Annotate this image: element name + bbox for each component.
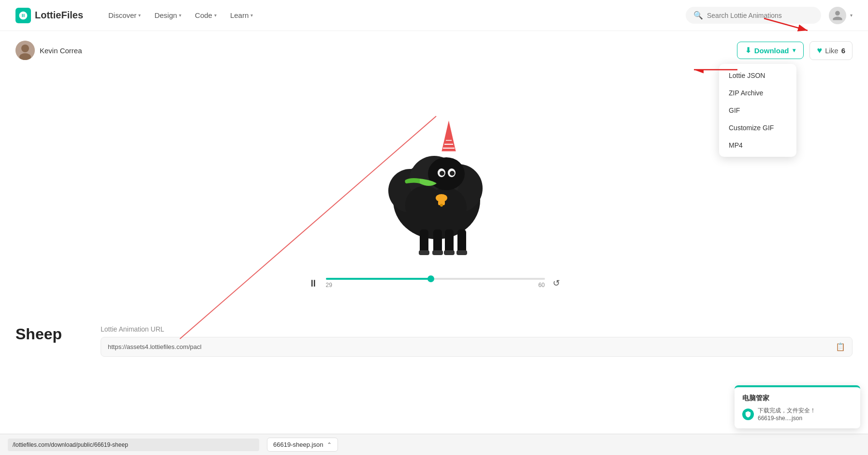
dropdown-item-zip[interactable]: ZIP Archive <box>719 84 796 102</box>
replay-button[interactable]: ↺ <box>553 278 560 288</box>
download-file-indicator[interactable]: 66619-sheep.json ⌃ <box>267 438 338 452</box>
url-section: Lottie Animation URL https://assets4.lot… <box>101 325 853 357</box>
code-chevron: ▾ <box>214 13 217 18</box>
url-label: Lottie Animation URL <box>101 325 853 333</box>
nav-item-design[interactable]: Design ▾ <box>148 7 187 23</box>
nav-item-learn[interactable]: Learn ▾ <box>224 7 259 23</box>
navbar: LottieFiles Discover ▾ Design ▾ Code ▾ L… <box>0 0 868 31</box>
notification-title: 电脑管家 <box>742 394 853 403</box>
heart-icon: ♥ <box>817 46 822 56</box>
url-value: https://assets4.lottiefiles.com/pacl <box>108 343 832 350</box>
download-button[interactable]: ⬇ Download ▾ <box>737 42 804 59</box>
nav-item-code[interactable]: Code ▾ <box>189 7 222 23</box>
nav-links: Discover ▾ Design ▾ Code ▾ Learn ▾ <box>103 7 259 23</box>
url-bar: /lottiefiles.com/download/public/66619-s… <box>8 439 259 451</box>
nav-design-label: Design <box>154 11 177 19</box>
url-input-wrap: https://assets4.lottiefiles.com/pacl 📋 <box>101 337 853 357</box>
svg-rect-33 <box>456 250 467 255</box>
shield-icon <box>742 409 754 420</box>
status-bar: /lottiefiles.com/download/public/66619-s… <box>0 434 868 455</box>
svg-rect-28 <box>445 229 454 254</box>
notification-filename: 66619-she....json <box>758 415 816 422</box>
svg-point-13 <box>428 157 465 190</box>
svg-rect-32 <box>444 250 455 255</box>
design-chevron: ▾ <box>179 13 181 18</box>
search-icon: 🔍 <box>693 11 703 20</box>
pause-button[interactable]: ⏸ <box>309 278 318 289</box>
progress-thumb <box>427 275 434 282</box>
current-frame: 29 <box>326 282 332 288</box>
svg-rect-30 <box>419 250 429 255</box>
logo-area[interactable]: LottieFiles <box>15 8 83 23</box>
time-labels: 29 60 <box>326 282 545 288</box>
dropdown-item-customize-gif[interactable]: Customize GIF <box>719 119 796 136</box>
nav-code-label: Code <box>195 11 212 19</box>
discover-chevron: ▾ <box>138 13 141 18</box>
like-button[interactable]: ♥ Like 6 <box>809 41 853 60</box>
chevron-up-icon[interactable]: ⌃ <box>327 441 332 448</box>
download-dropdown-menu: Lottie JSON ZIP Archive GIF Customize GI… <box>719 64 796 157</box>
learn-chevron: ▾ <box>250 13 253 18</box>
notification-body: 下载完成，文件安全！ 66619-she....json <box>742 407 853 422</box>
author-name: Kevin Correa <box>40 46 82 55</box>
top-bar: Kevin Correa ⬇ Download ▾ ♥ Like 6 <box>15 41 853 60</box>
main-content: Kevin Correa ⬇ Download ▾ ♥ Like 6 Lotti… <box>0 31 868 366</box>
like-count: 6 <box>841 46 845 55</box>
sheep-container <box>357 89 512 268</box>
avatar <box>829 7 846 24</box>
dropdown-item-mp4[interactable]: MP4 <box>719 136 796 154</box>
animation-title: Sheep <box>15 325 62 343</box>
progress-bar[interactable]: 29 60 <box>326 278 545 288</box>
download-dropdown-arrow: ▾ <box>793 47 795 54</box>
download-label: Download <box>754 46 789 55</box>
svg-point-12 <box>426 187 467 228</box>
author-avatar <box>15 41 35 60</box>
notification-panel: 电脑管家 下载完成，文件安全！ 66619-she....json <box>735 385 860 428</box>
download-icon: ⬇ <box>745 46 751 55</box>
dropdown-item-gif[interactable]: GIF <box>719 102 796 119</box>
playback-controls: ⏸ 29 60 ↺ <box>309 278 560 289</box>
sheep-illustration <box>362 94 507 263</box>
like-label: Like <box>825 46 839 55</box>
svg-rect-29 <box>457 229 466 254</box>
svg-rect-26 <box>420 229 428 254</box>
action-buttons: ⬇ Download ▾ ♥ Like 6 <box>737 41 853 60</box>
logo-icon <box>15 8 31 23</box>
copy-icon[interactable]: 📋 <box>836 342 845 351</box>
progress-fill <box>326 278 431 280</box>
user-dropdown-chevron: ▾ <box>850 13 853 18</box>
svg-point-25 <box>440 204 443 207</box>
svg-point-20 <box>440 171 444 176</box>
user-area[interactable]: ▾ <box>829 7 853 24</box>
svg-marker-14 <box>441 121 456 152</box>
progress-track <box>326 278 545 280</box>
bottom-info: Sheep Lottie Animation URL https://asset… <box>15 325 853 357</box>
search-bar[interactable]: 🔍 <box>686 7 821 24</box>
animation-title-area: Sheep <box>15 325 62 343</box>
file-name: 66619-sheep.json <box>273 441 323 448</box>
notification-message: 下载完成，文件安全！ <box>758 407 816 415</box>
search-input[interactable] <box>707 12 813 19</box>
nav-discover-label: Discover <box>108 11 136 19</box>
nav-item-discover[interactable]: Discover ▾ <box>103 7 147 23</box>
nav-learn-label: Learn <box>230 11 249 19</box>
svg-point-3 <box>21 45 29 52</box>
brand-name: LottieFiles <box>35 10 83 21</box>
dropdown-item-lottie-json[interactable]: Lottie JSON <box>719 67 796 84</box>
total-frame: 60 <box>538 282 544 288</box>
svg-rect-27 <box>433 229 442 254</box>
svg-rect-31 <box>432 250 443 255</box>
author-info: Kevin Correa <box>15 41 82 60</box>
svg-point-22 <box>450 171 455 176</box>
